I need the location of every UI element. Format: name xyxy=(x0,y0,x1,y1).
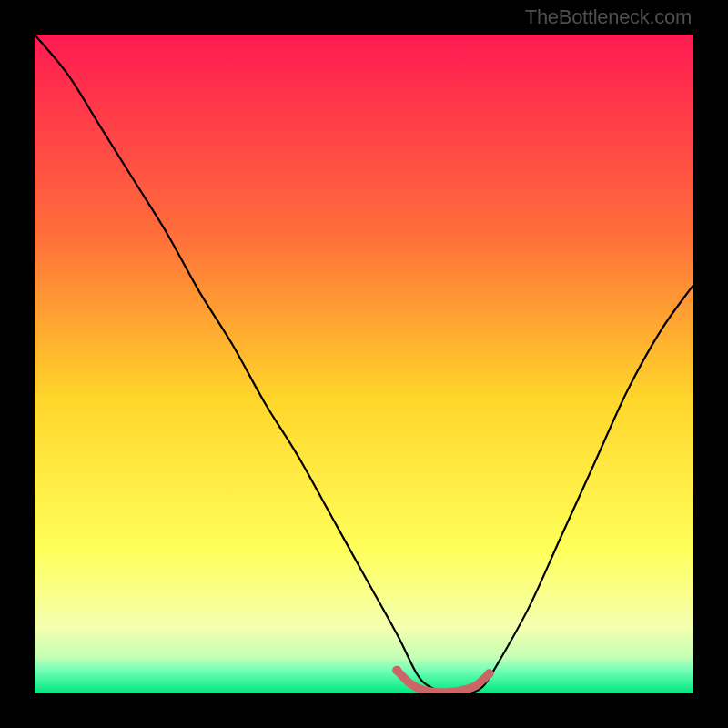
watermark-text: TheBottleneck.com xyxy=(525,5,692,29)
bottleneck-curve xyxy=(35,35,693,693)
plot-area xyxy=(35,35,693,693)
floor-accent-curve xyxy=(397,671,489,693)
accent-dot-left xyxy=(392,666,401,675)
curve-layer xyxy=(35,35,693,693)
accent-dot-right xyxy=(485,669,494,678)
chart-frame: TheBottleneck.com xyxy=(0,0,728,728)
